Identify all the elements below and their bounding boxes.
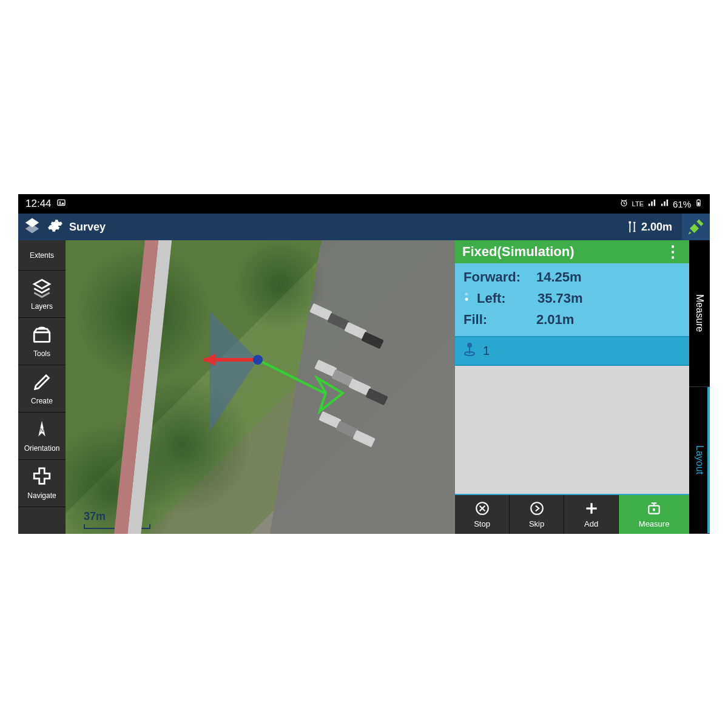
more-icon[interactable]: ⋮ <box>665 249 682 255</box>
tab-label: Measure <box>694 294 705 332</box>
forward-value: 14.25m <box>536 269 582 285</box>
skip-button[interactable]: Skip <box>510 495 564 534</box>
stake-pin-icon <box>462 342 477 360</box>
network-label: LTE <box>632 200 644 207</box>
satellite-status-icon[interactable] <box>682 214 710 240</box>
svg-rect-4 <box>698 202 699 205</box>
svg-rect-7 <box>629 224 630 233</box>
action-label: Measure <box>639 519 670 528</box>
picture-icon <box>56 198 66 211</box>
close-circle-icon <box>474 500 490 518</box>
toolbar-label: Extents <box>30 251 54 260</box>
right-panel-wrap: Fixed(Simulation) ⋮ Forward: 14.25m Left… <box>455 240 710 534</box>
settings-icon[interactable] <box>47 218 63 236</box>
battery-icon <box>695 198 703 209</box>
forward-label: Forward: <box>463 269 530 285</box>
left-toolbar: Extents Layers Tools Create N Orientatio… <box>18 240 66 534</box>
app-window: 12:44 LTE 61% Survey 2.00m <box>18 194 710 534</box>
alarm-icon <box>619 198 629 209</box>
svg-point-15 <box>253 355 263 365</box>
status-time: 12:44 <box>25 198 52 210</box>
android-status-bar: 12:44 LTE 61% <box>18 194 710 214</box>
tab-measure[interactable]: Measure <box>689 240 710 387</box>
svg-point-1 <box>59 201 61 203</box>
svg-marker-14 <box>317 378 343 411</box>
battery-label: 61% <box>673 199 691 209</box>
toolbar-label: Navigate <box>27 491 56 500</box>
measure-icon <box>646 500 662 518</box>
tab-layout[interactable]: Layout <box>689 387 710 534</box>
stakeout-panel: Fixed(Simulation) ⋮ Forward: 14.25m Left… <box>455 240 689 534</box>
chevron-circle-icon <box>529 500 545 518</box>
gnss-status: Fixed(Simulation) <box>462 244 575 260</box>
toolbar-label: Create <box>31 397 53 405</box>
svg-rect-8 <box>34 332 50 342</box>
layers-icon <box>32 277 52 300</box>
radio-icon <box>463 290 471 307</box>
pencil-icon <box>32 372 52 394</box>
measure-button[interactable]: Measure <box>619 495 689 534</box>
header-title: Survey <box>69 221 106 234</box>
point-list-item[interactable]: 1 <box>455 336 689 366</box>
point-id: 1 <box>483 344 490 358</box>
svg-rect-5 <box>698 200 699 200</box>
tab-label: Layout <box>694 445 705 474</box>
signal2-icon <box>660 198 669 209</box>
action-label: Add <box>584 519 598 528</box>
orientation-button[interactable]: N Orientation <box>18 413 66 460</box>
delta-values: Forward: 14.25m Left: 35.73m Fill: 2.01m <box>455 263 689 336</box>
svg-point-16 <box>465 292 468 295</box>
map-scale: 37m <box>84 510 150 529</box>
pole-height: 2.00m <box>641 221 672 234</box>
pole-icon[interactable]: 2.00m <box>625 219 672 235</box>
stop-button[interactable]: Stop <box>455 495 510 534</box>
dpad-icon <box>32 467 52 489</box>
toolbar-label: Layers <box>31 302 53 311</box>
left-value: 35.73m <box>538 291 583 306</box>
panel-actions: Stop Skip Add Measure <box>455 494 689 534</box>
compass-icon: N <box>32 419 52 442</box>
fill-label: Fill: <box>463 312 530 328</box>
app-header: Survey 2.00m <box>18 214 710 240</box>
svg-line-13 <box>258 360 325 393</box>
svg-point-17 <box>465 298 468 301</box>
scale-label: 37m <box>84 510 106 522</box>
plus-icon <box>584 500 599 518</box>
toolbox-icon <box>32 325 52 347</box>
add-button[interactable]: Add <box>564 495 619 534</box>
navigate-button[interactable]: Navigate <box>18 460 66 507</box>
toolbar-label: Orientation <box>24 444 60 453</box>
point-list-empty <box>455 366 689 494</box>
direction-overlay <box>167 293 349 451</box>
svg-text:N: N <box>40 427 44 433</box>
create-button[interactable]: Create <box>18 365 66 413</box>
toolbar-label: Tools <box>33 349 50 358</box>
svg-point-19 <box>468 343 471 347</box>
panel-header: Fixed(Simulation) ⋮ <box>455 240 689 263</box>
svg-rect-6 <box>629 221 631 224</box>
fill-value: 2.01m <box>536 312 574 328</box>
layers-button[interactable]: Layers <box>18 271 66 318</box>
main-area: Extents Layers Tools Create N Orientatio… <box>18 240 710 534</box>
action-label: Stop <box>474 519 490 528</box>
map-view[interactable]: 37m <box>66 240 455 534</box>
svg-marker-10 <box>209 311 258 433</box>
action-label: Skip <box>529 519 544 528</box>
extents-button[interactable]: Extents <box>18 240 66 271</box>
left-label: Left: <box>477 291 531 306</box>
app-logo-icon[interactable] <box>23 217 41 237</box>
tools-button[interactable]: Tools <box>18 318 66 365</box>
side-tabs: Measure Layout <box>689 240 710 534</box>
signal-icon <box>647 198 656 209</box>
svg-point-21 <box>531 502 543 514</box>
